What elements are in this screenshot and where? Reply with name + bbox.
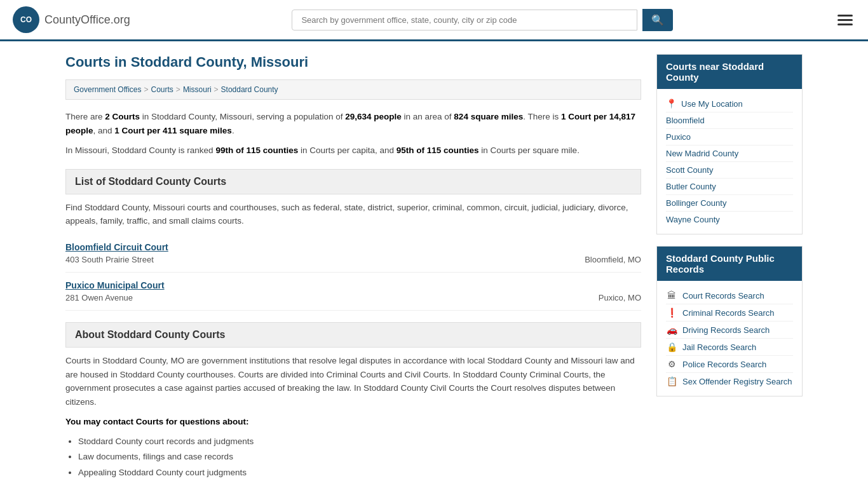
nearby-scott-link[interactable]: Scott County [666,162,793,179]
main-container: Courts in Stoddard County, Missouri Gove… [53,41,815,488]
breadcrumb-link-gov-offices[interactable]: Government Offices [74,85,142,94]
bullet-item: Law documents, filings and case records [78,449,641,464]
nearby-bloomfield-link[interactable]: Bloomfield [666,112,793,129]
page-title: Courts in Stoddard County, Missouri [65,54,641,71]
driving-records-icon: 🚗 [666,325,677,335]
criminal-records-link[interactable]: ❗ Criminal Records Search [666,304,793,322]
court-city-bloomfield: Bloomfield, MO [585,255,641,264]
driving-records-link[interactable]: 🚗 Driving Records Search [666,322,793,339]
police-records-link[interactable]: ⚙ Police Records Search [666,356,793,373]
nearby-butler-link[interactable]: Butler County [666,179,793,195]
content-area: Courts in Stoddard County, Missouri Gove… [65,54,641,480]
court-item-bloomfield: Bloomfield Circuit Court 403 South Prair… [65,234,641,273]
court-item-puxico: Puxico Municipal Court 281 Owen Avenue P… [65,273,641,311]
public-records-header: Stoddard County Public Records [657,247,802,281]
logo-area: CO CountyOffice.org [13,6,130,33]
court-records-link[interactable]: 🏛 Court Records Search [666,287,793,304]
criminal-records-icon: ❗ [666,308,677,318]
court-city-puxico: Puxico, MO [599,293,641,302]
breadcrumb-link-stoddard[interactable]: Stoddard County [221,85,278,94]
sex-offender-link[interactable]: 📋 Sex Offender Registry Search [666,373,793,390]
sidebar: Courts near Stoddard County 📍 Use My Loc… [656,54,803,480]
nearby-courts-box: Courts near Stoddard County 📍 Use My Loc… [656,54,803,234]
court-records-icon: 🏛 [666,290,677,301]
site-header: CO CountyOffice.org 🔍 [0,0,868,41]
list-description: Find Stoddard County, Missouri courts an… [65,201,641,228]
svg-text:CO: CO [20,15,32,24]
sex-offender-icon: 📋 [666,376,677,386]
use-my-location-link[interactable]: 📍 Use My Location [666,95,793,112]
search-area: 🔍 [292,9,673,31]
bullet-item: Stoddard County court records and judgme… [78,434,641,449]
jail-records-icon: 🔒 [666,342,677,352]
nearby-new-madrid-link[interactable]: New Madrid County [666,146,793,162]
logo-icon: CO [13,6,39,33]
court-address-puxico: 281 Owen Avenue [65,293,133,302]
search-button[interactable]: 🔍 [642,9,673,31]
court-details-puxico: 281 Owen Avenue Puxico, MO [65,293,641,302]
search-input[interactable] [292,10,637,30]
menu-line [837,24,853,25]
nearby-puxico-link[interactable]: Puxico [666,129,793,146]
contact-header: You may contact Courts for questions abo… [65,415,641,429]
location-icon: 📍 [666,98,676,109]
menu-line [837,15,853,17]
court-name-bloomfield[interactable]: Bloomfield Circuit Court [65,242,641,252]
nearby-courts-header: Courts near Stoddard County [657,55,802,89]
court-address-bloomfield: 403 South Prairie Street [65,255,154,264]
logo-suffix: Office.org [81,13,130,26]
breadcrumb-sep: > [176,85,180,94]
breadcrumb-sep: > [214,85,219,94]
nearby-wayne-link[interactable]: Wayne County [666,212,793,227]
public-records-box: Stoddard County Public Records 🏛 Court R… [656,246,803,396]
breadcrumb-sep: > [144,85,149,94]
breadcrumb-link-courts[interactable]: Courts [151,85,173,94]
summary-paragraph-1: There are 2 Courts in Stoddard County, M… [65,110,641,137]
nearby-courts-body: 📍 Use My Location Bloomfield Puxico New … [657,89,802,234]
police-records-icon: ⚙ [666,359,677,369]
bullet-item: Appealing Stoddard County court judgment… [78,465,641,480]
summary-paragraph-2: In Missouri, Stoddard County is ranked 9… [65,144,641,158]
search-icon: 🔍 [651,15,664,25]
logo-text: CountyOffice.org [44,13,130,27]
use-location-label: Use My Location [681,99,743,109]
logo-name: County [44,13,81,26]
breadcrumb: Government Offices > Courts > Missouri >… [65,79,641,100]
contact-bullets-list: Stoddard County court records and judgme… [78,434,641,480]
court-name-puxico[interactable]: Puxico Municipal Court [65,280,641,290]
about-text: Courts in Stoddard County, MO are govern… [65,354,641,409]
menu-button[interactable] [835,12,855,28]
list-section-header: List of Stoddard County Courts [65,169,641,194]
jail-records-link[interactable]: 🔒 Jail Records Search [666,339,793,356]
court-details-bloomfield: 403 South Prairie Street Bloomfield, MO [65,255,641,264]
public-records-body: 🏛 Court Records Search ❗ Criminal Record… [657,281,802,396]
breadcrumb-link-missouri[interactable]: Missouri [183,85,212,94]
menu-line [837,19,853,21]
nearby-bollinger-link[interactable]: Bollinger County [666,195,793,212]
about-section-header: About Stoddard County Courts [65,322,641,348]
